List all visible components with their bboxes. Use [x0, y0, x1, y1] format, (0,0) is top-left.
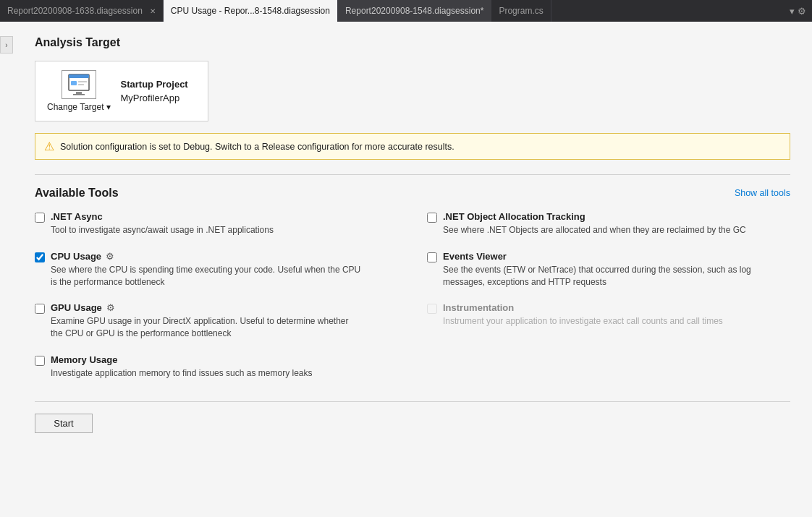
tab-label-cpu-usage: CPU Usage - Repor...8-1548.diagsession [171, 6, 330, 16]
cpu-usage-gear-icon[interactable]: ⚙ [106, 251, 114, 262]
cpu-usage-desc: See where the CPU is spending time execu… [51, 264, 362, 289]
tools-col-right: .NET Object Allocation Tracking See wher… [427, 211, 790, 394]
main-content: Analysis Target Change Target ▾ [13, 22, 812, 517]
cpu-usage-name: CPU Usage [51, 251, 101, 262]
tool-item-events-viewer: Events Viewer See the events (ETW or Net… [427, 251, 790, 289]
target-card: Change Target ▾ Startup Project MyProfil… [35, 61, 208, 121]
dotnet-object-name: .NET Object Allocation Tracking [443, 211, 585, 222]
gear-settings-icon: ⚙ [798, 6, 806, 17]
events-viewer-desc: See the events (ETW or NetTrace) that oc… [443, 264, 754, 289]
gpu-usage-info: GPU Usage ⚙ Examine GPU usage in your Di… [51, 302, 362, 340]
tools-col-left: .NET Async Tool to investigate async/awa… [35, 211, 398, 394]
events-viewer-name: Events Viewer [443, 251, 507, 262]
tool-item-dotnet-async: .NET Async Tool to investigate async/awa… [35, 211, 398, 236]
title-bar: Report20200908-1638.diagsession ✕ CPU Us… [0, 0, 812, 22]
events-viewer-info: Events Viewer See the events (ETW or Net… [443, 251, 754, 289]
dotnet-async-title-row: .NET Async [51, 211, 274, 222]
instrumentation-info: Instrumentation Instrument your applicat… [443, 302, 723, 328]
start-button[interactable]: Start [35, 414, 93, 433]
memory-usage-checkbox[interactable] [35, 356, 45, 366]
cpu-usage-checkbox[interactable] [35, 252, 45, 262]
chevron-right-icon: › [5, 41, 7, 49]
svg-rect-1 [69, 74, 89, 78]
tools-grid: .NET Async Tool to investigate async/awa… [35, 211, 790, 394]
events-viewer-title-row: Events Viewer [443, 251, 754, 262]
tool-item-dotnet-object: .NET Object Allocation Tracking See wher… [427, 211, 790, 236]
dotnet-async-checkbox[interactable] [35, 213, 45, 223]
tools-header: Available Tools Show all tools [35, 187, 790, 200]
memory-usage-desc: Investigate application memory to find i… [51, 367, 313, 380]
tab-cpu-usage[interactable]: CPU Usage - Repor...8-1548.diagsession [164, 0, 338, 22]
memory-usage-info: Memory Usage Investigate application mem… [51, 354, 313, 380]
tool-item-instrumentation: Instrumentation Instrument your applicat… [427, 302, 790, 328]
tab-close-1638[interactable]: ✕ [150, 7, 156, 15]
cpu-usage-title-row: CPU Usage ⚙ [51, 251, 362, 262]
target-icon [62, 70, 96, 99]
instrumentation-name: Instrumentation [443, 302, 514, 313]
tab-label-1638: Report20200908-1638.diagsession [7, 6, 143, 16]
tool-item-cpu-usage: CPU Usage ⚙ See where the CPU is spendin… [35, 251, 398, 289]
target-svg-icon [67, 73, 90, 96]
tab-report-1548[interactable]: Report20200908-1548.diagsession* [338, 0, 491, 22]
gpu-usage-title-row: GPU Usage ⚙ [51, 302, 362, 313]
svg-rect-3 [78, 81, 87, 82]
dotnet-object-checkbox[interactable] [427, 213, 437, 223]
warning-text: Solution configuration is set to Debug. … [60, 142, 454, 152]
memory-usage-title-row: Memory Usage [51, 354, 313, 365]
gpu-usage-gear-icon[interactable]: ⚙ [106, 302, 115, 313]
target-icon-block: Change Target ▾ [47, 70, 111, 112]
instrumentation-desc: Instrument your application to investiga… [443, 315, 723, 328]
show-all-tools-link[interactable]: Show all tools [735, 188, 790, 198]
change-target-label: Change Target [47, 102, 104, 112]
dotnet-object-title-row: .NET Object Allocation Tracking [443, 211, 746, 222]
analysis-target-title: Analysis Target [35, 36, 790, 49]
chevron-down-icon: ▾ [790, 6, 795, 17]
events-viewer-checkbox[interactable] [427, 252, 437, 262]
warning-triangle-icon: ⚠ [44, 140, 54, 153]
warning-banner: ⚠ Solution configuration is set to Debug… [35, 133, 790, 160]
dotnet-object-desc: See where .NET Objects are allocated and… [443, 224, 746, 236]
gpu-usage-desc: Examine GPU usage in your DirectX applic… [51, 315, 362, 340]
dotnet-object-info: .NET Object Allocation Tracking See wher… [443, 211, 746, 236]
svg-rect-6 [73, 94, 85, 95]
instrumentation-title-row: Instrumentation [443, 302, 723, 313]
change-target-arrow-icon: ▾ [106, 102, 111, 112]
available-tools-title: Available Tools [35, 187, 119, 200]
svg-rect-5 [76, 92, 82, 94]
tab-label-program-cs: Program.cs [499, 6, 543, 16]
dotnet-async-name: .NET Async [51, 211, 103, 222]
tab-program-cs[interactable]: Program.cs [491, 0, 551, 22]
gpu-usage-name: GPU Usage [51, 302, 102, 313]
dotnet-async-desc: Tool to investigate async/await usage in… [51, 224, 274, 236]
tab-report-1638[interactable]: Report20200908-1638.diagsession ✕ [0, 0, 164, 22]
target-type-label: Startup Project [121, 79, 188, 90]
svg-rect-2 [71, 81, 77, 85]
tool-item-memory-usage: Memory Usage Investigate application mem… [35, 354, 398, 380]
bottom-section: Start [35, 401, 790, 433]
section-divider [35, 174, 790, 175]
tool-item-gpu-usage: GPU Usage ⚙ Examine GPU usage in your Di… [35, 302, 398, 340]
instrumentation-checkbox[interactable] [427, 304, 437, 314]
sidebar-collapse-arrow[interactable]: › [0, 36, 13, 54]
tab-overflow-menu[interactable]: ▾ ⚙ [784, 6, 812, 17]
dotnet-async-info: .NET Async Tool to investigate async/awa… [51, 211, 274, 236]
gpu-usage-checkbox[interactable] [35, 304, 45, 314]
cpu-usage-info: CPU Usage ⚙ See where the CPU is spendin… [51, 251, 362, 289]
svg-rect-4 [78, 84, 84, 85]
tab-label-1548: Report20200908-1548.diagsession* [345, 6, 483, 16]
target-info: Startup Project MyProfilerApp [121, 79, 188, 103]
memory-usage-name: Memory Usage [51, 354, 117, 365]
target-name-value: MyProfilerApp [121, 93, 188, 103]
change-target-button[interactable]: Change Target ▾ [47, 102, 111, 112]
